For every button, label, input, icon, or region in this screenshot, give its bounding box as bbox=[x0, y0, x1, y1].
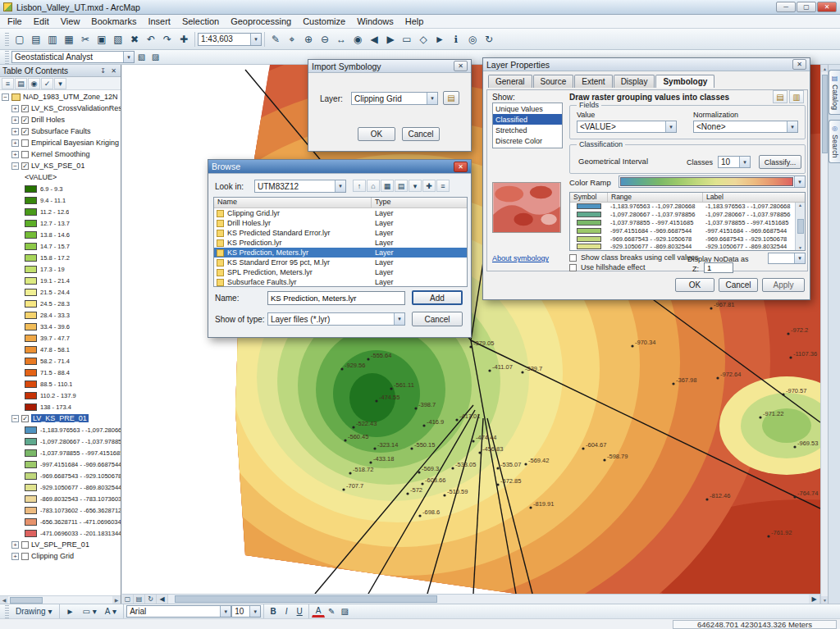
text-tool-icon[interactable]: A ▾ bbox=[101, 605, 121, 618]
legend-swatch[interactable] bbox=[25, 495, 37, 503]
apply-button[interactable]: Apply bbox=[762, 278, 805, 292]
color-ramp-combo[interactable]: ▾ bbox=[619, 175, 806, 188]
chevron-down-icon[interactable]: ▾ bbox=[123, 52, 134, 62]
back-extent-icon[interactable]: ◀ bbox=[366, 31, 382, 48]
toc-legend-item[interactable]: -997.4151684 - -969.6687544 bbox=[0, 458, 121, 470]
toc-header[interactable]: Table Of Contents ↧ ✕ bbox=[0, 65, 121, 77]
toc-value-header[interactable]: <VALUE> bbox=[0, 171, 121, 183]
ok-button[interactable]: OK bbox=[358, 127, 395, 141]
refresh-icon[interactable]: ↻ bbox=[481, 31, 497, 48]
title-bar[interactable]: Lisbon_Valley_UT.mxd - ArcMap ─ ▢ ✕ bbox=[0, 0, 840, 15]
legend-swatch[interactable] bbox=[25, 472, 37, 480]
find-icon[interactable]: ◎ bbox=[464, 31, 481, 48]
chevron-down-icon[interactable]: ▾ bbox=[787, 121, 797, 132]
tab-symbology[interactable]: Symbology bbox=[655, 75, 714, 88]
views-icon[interactable]: ▤ bbox=[395, 180, 408, 192]
legend-swatch[interactable] bbox=[25, 518, 37, 526]
toc-legend-item[interactable]: 19.1 - 21.4 bbox=[0, 275, 121, 286]
toc-legend-item[interactable]: 39.7 - 47.7 bbox=[0, 332, 121, 344]
layer-checkbox[interactable] bbox=[21, 541, 29, 549]
menu-item-bookmarks[interactable]: Bookmarks bbox=[85, 16, 142, 27]
toc-layer-lv-ks-pre-01[interactable]: −✓LV_KS_PRE_01 bbox=[0, 412, 121, 424]
cancel-button[interactable]: Cancel bbox=[719, 278, 758, 292]
font-combo[interactable]: Arial ▾ bbox=[126, 605, 231, 618]
identify-icon[interactable]: ℹ bbox=[448, 31, 464, 48]
close-button[interactable]: ✕ bbox=[817, 2, 837, 12]
list-by-selection-icon[interactable]: ✓ bbox=[41, 78, 53, 89]
scroll-left-icon[interactable]: ◀ bbox=[0, 596, 8, 604]
select-features-icon[interactable]: ▭ bbox=[399, 31, 415, 48]
delete-icon[interactable]: ✖ bbox=[126, 31, 143, 48]
toc-legend-item[interactable]: 12.7 - 13.7 bbox=[0, 217, 121, 229]
show-option-discrete-color[interactable]: Discrete Color bbox=[493, 135, 562, 146]
underline-button[interactable]: U bbox=[293, 605, 306, 618]
close-panel-icon[interactable]: ✕ bbox=[109, 66, 118, 75]
font-color-icon[interactable]: A bbox=[312, 605, 325, 618]
toc-legend-item[interactable]: 28.4 - 33.3 bbox=[0, 309, 121, 321]
scrollbar-thumb[interactable] bbox=[797, 219, 804, 234]
open-map-icon[interactable]: ▤ bbox=[28, 31, 44, 48]
scroll-up-icon[interactable]: ▲ bbox=[798, 203, 802, 207]
save-icon[interactable]: ▥ bbox=[44, 31, 61, 48]
save-symbology-icon[interactable]: ▥ bbox=[789, 90, 804, 103]
menu-item-insert[interactable]: Insert bbox=[142, 16, 176, 27]
class-symbol-swatch[interactable] bbox=[577, 228, 601, 234]
legend-swatch[interactable] bbox=[25, 323, 37, 330]
expander-icon[interactable]: + bbox=[11, 105, 19, 112]
class-row[interactable]: -929.1050677 - -869.8032544-929.1050677 … bbox=[570, 243, 805, 251]
zoom-out-icon[interactable]: ⊖ bbox=[317, 31, 333, 48]
browse-row[interactable]: Subsurface Faults.lyrLayer bbox=[214, 277, 467, 287]
layer-checkbox[interactable]: ✓ bbox=[21, 105, 29, 112]
toc-legend-item[interactable]: 88.5 - 110.1 bbox=[0, 378, 121, 390]
show-option-unique-values[interactable]: Unique Values bbox=[493, 103, 562, 114]
toc-legend-item[interactable]: -1,097.280667 - -1,037.978856 bbox=[0, 435, 121, 447]
layer-checkbox[interactable] bbox=[21, 151, 29, 158]
editor-pencil-icon[interactable]: ✎ bbox=[267, 31, 284, 48]
views-arrow-icon[interactable]: ▾ bbox=[409, 180, 422, 192]
legend-swatch[interactable] bbox=[25, 358, 37, 365]
fill-color-icon[interactable]: ▨ bbox=[338, 605, 351, 618]
copy-icon[interactable]: ▣ bbox=[94, 31, 110, 48]
list-by-drawing-order-icon[interactable]: ≡ bbox=[2, 78, 14, 89]
menu-item-geoprocessing[interactable]: Geoprocessing bbox=[225, 16, 297, 27]
browse-folder-icon[interactable]: ▤ bbox=[443, 91, 459, 105]
toc-legend-item[interactable]: 9.4 - 11.1 bbox=[0, 194, 121, 206]
scroll-right-icon[interactable]: ▶ bbox=[112, 596, 121, 604]
toc-legend-item[interactable]: 15.8 - 17.2 bbox=[0, 252, 121, 263]
toc-legend-item[interactable]: 58.2 - 71.4 bbox=[0, 355, 121, 367]
map-horizontal-scrollbar[interactable]: ▢ ▤ ↻ ◀ ▶ bbox=[122, 594, 820, 604]
toolbar-grip[interactable] bbox=[5, 33, 9, 46]
home-folder-icon[interactable]: ⌂ bbox=[367, 180, 380, 192]
new-map-icon[interactable]: ▢ bbox=[11, 31, 28, 48]
toc-legend-item[interactable]: -471.0696033 - -201.1831344 bbox=[0, 527, 121, 539]
normalization-combo[interactable]: <None> ▾ bbox=[693, 121, 798, 133]
legend-swatch[interactable] bbox=[25, 530, 37, 537]
chevron-down-icon[interactable]: ▾ bbox=[249, 606, 260, 617]
toc-layer-drill-holes[interactable]: +✓Drill Holes bbox=[0, 114, 121, 125]
class-symbol-swatch[interactable] bbox=[577, 236, 601, 242]
menu-item-edit[interactable]: Edit bbox=[28, 16, 55, 27]
class-row[interactable]: -1,037.978855 - -997.4151685-1,037.97885… bbox=[570, 219, 805, 227]
panel-tab-search[interactable]: ◎Search bbox=[829, 120, 840, 163]
expander-icon[interactable]: + bbox=[11, 151, 19, 158]
up-one-level-icon[interactable]: ↑ bbox=[353, 180, 366, 192]
layer-checkbox[interactable]: ✓ bbox=[21, 162, 29, 170]
toc-layer-subsurface-faults[interactable]: +✓Subsurface Faults bbox=[0, 125, 121, 137]
legend-swatch[interactable] bbox=[25, 438, 37, 445]
legend-swatch[interactable] bbox=[25, 300, 37, 308]
pause-drawing-button[interactable]: ◀ bbox=[157, 595, 168, 604]
legend-swatch[interactable] bbox=[25, 254, 37, 262]
browse-row[interactable]: KS Standard Error 95 pct, M.lyrLayer bbox=[214, 258, 467, 267]
layout-view-button[interactable]: ▤ bbox=[134, 595, 145, 604]
legend-swatch[interactable] bbox=[25, 507, 37, 514]
show-option-classified[interactable]: Classified bbox=[493, 114, 562, 125]
toc-legend-item[interactable]: 138 - 173.4 bbox=[0, 401, 121, 412]
show-class-breaks-checkbox[interactable]: Show class breaks using cell values bbox=[569, 253, 699, 262]
legend-swatch[interactable] bbox=[25, 403, 37, 411]
chevron-down-icon[interactable]: ▾ bbox=[394, 313, 404, 325]
toc-legend-item[interactable]: -869.8032543 - -783.1073603 bbox=[0, 493, 121, 504]
menu-item-selection[interactable]: Selection bbox=[176, 16, 225, 27]
class-symbol-swatch[interactable] bbox=[577, 203, 601, 209]
nodata-color-combo[interactable]: ▾ bbox=[768, 253, 806, 264]
expander-icon[interactable]: + bbox=[11, 553, 19, 560]
